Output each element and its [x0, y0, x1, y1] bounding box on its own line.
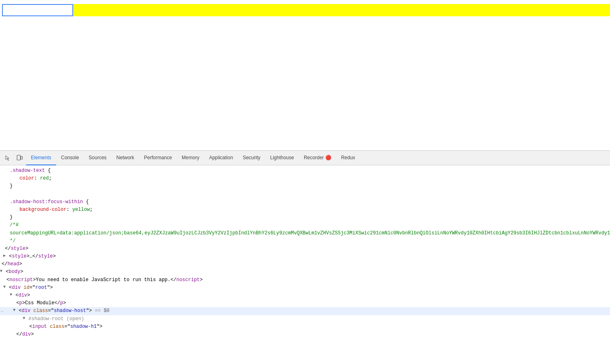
code-line-blank [0, 191, 610, 198]
tab-memory[interactable]: Memory [177, 151, 204, 165]
code-line-sourcemap-end: */ [0, 237, 610, 245]
expand-arrow[interactable] [3, 253, 9, 260]
code-line: <p> Css Module </p> [0, 299, 610, 307]
tab-application[interactable]: Application [204, 151, 238, 165]
code-line: color: red; [0, 175, 610, 182]
code-line: <input class="shadow-h1"> [0, 323, 610, 331]
code-line: .shadow-text { [0, 167, 610, 175]
svg-rect-0 [17, 155, 20, 160]
code-line: .shadow-host:focus-within { [0, 198, 610, 206]
expand-arrow[interactable] [13, 307, 19, 315]
elements-code-panel[interactable]: .shadow-text { color: red; } .shadow-hos… [0, 165, 610, 364]
page-input[interactable] [2, 4, 73, 16]
code-line: <body> [0, 268, 610, 276]
browser-viewport [0, 0, 610, 150]
code-line: <div> [0, 292, 610, 299]
devtools-tabs-bar: Elements Console Sources Network Perform… [0, 151, 610, 165]
code-line: } [0, 214, 610, 221]
tab-redux[interactable]: Redux [336, 151, 360, 165]
inspect-element-button[interactable] [2, 152, 13, 164]
expand-arrow[interactable] [0, 268, 6, 276]
svg-rect-1 [21, 156, 22, 159]
code-line: #shadow-root (open) [0, 315, 610, 323]
tab-network[interactable]: Network [111, 151, 139, 165]
expand-arrow[interactable] [23, 315, 28, 323]
code-line: <noscript> You need to enable JavaScript… [0, 276, 610, 284]
code-line-sourcemap-url: sourceMappingURL=data:application/json;b… [0, 230, 610, 237]
tab-recorder[interactable]: Recorder 🔴 [299, 151, 336, 165]
expand-arrow[interactable] [10, 292, 15, 299]
code-line: </div> [0, 331, 610, 338]
code-line: </head> [0, 260, 610, 268]
tab-lighthouse[interactable]: Lighthouse [265, 151, 299, 165]
devtools-panel: Elements Console Sources Network Perform… [0, 150, 610, 364]
code-line: background-color: yellow; [0, 206, 610, 214]
yellow-background [73, 4, 610, 16]
expand-arrow[interactable] [3, 284, 9, 292]
tab-security[interactable]: Security [238, 151, 265, 165]
tab-console[interactable]: Console [56, 151, 84, 165]
tab-elements[interactable]: Elements [26, 151, 56, 165]
code-line: <style>…</style> [0, 253, 610, 260]
code-line-sourcemap: /*# [0, 221, 610, 229]
code-line: } [0, 182, 610, 190]
device-toolbar-button[interactable] [14, 152, 25, 164]
tab-performance[interactable]: Performance [139, 151, 177, 165]
code-line-selected: … <div class="shadow-host"> == $0 [0, 307, 610, 315]
tab-sources[interactable]: Sources [84, 151, 111, 165]
code-line: </style> [0, 245, 610, 253]
code-line: <div id="root"> [0, 284, 610, 292]
